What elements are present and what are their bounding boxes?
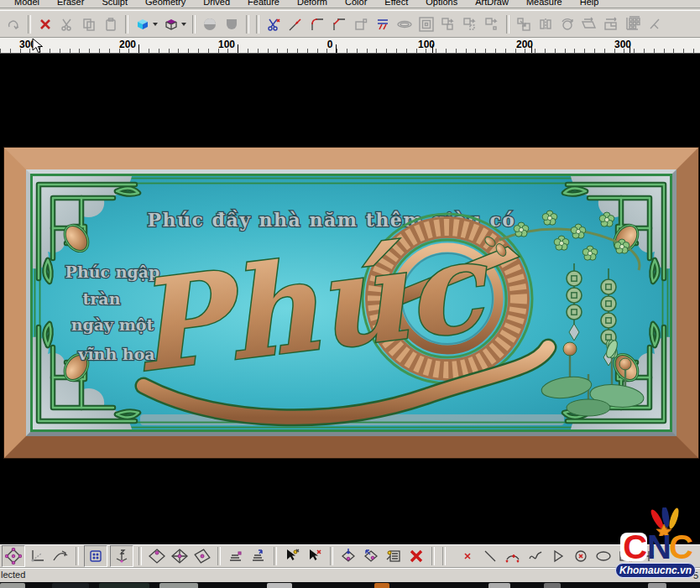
clipped-tool-icon bbox=[649, 17, 661, 32]
redo-button[interactable] bbox=[3, 14, 24, 34]
wireframe-view-button[interactable] bbox=[161, 14, 181, 34]
taskbar-item[interactable] bbox=[99, 583, 149, 588]
application-window: Model Eraser Sculpt Geometry Drived Feat… bbox=[0, 0, 700, 588]
pick-list-button[interactable] bbox=[384, 546, 404, 566]
shaded-sphere-icon bbox=[201, 16, 218, 33]
menu-feature[interactable]: Feature bbox=[248, 0, 279, 7]
node-smooth-button[interactable] bbox=[192, 546, 212, 566]
line-tool-button[interactable] bbox=[480, 546, 500, 566]
rotate-icon bbox=[560, 17, 575, 32]
wireframe-view-dropdown-icon[interactable] bbox=[181, 23, 186, 26]
fillet-icon bbox=[310, 17, 325, 32]
delete-point-button[interactable] bbox=[305, 546, 325, 566]
circle-tool-button[interactable] bbox=[571, 546, 591, 566]
taskbar-item[interactable] bbox=[267, 583, 292, 588]
spline-tool-button[interactable] bbox=[525, 546, 546, 566]
arc-tool-button[interactable] bbox=[503, 546, 523, 566]
stretch-button[interactable] bbox=[601, 14, 621, 34]
shaded-dome-button[interactable] bbox=[222, 14, 242, 34]
node-corner-button[interactable] bbox=[170, 546, 190, 566]
menu-drived[interactable]: Drived bbox=[203, 0, 230, 7]
shaded-sphere-button[interactable] bbox=[200, 14, 220, 34]
array-button[interactable] bbox=[623, 14, 643, 34]
menu-eraser[interactable]: Eraser bbox=[57, 0, 84, 7]
toolbar-separator bbox=[28, 15, 31, 34]
axis-origin-button[interactable] bbox=[28, 546, 48, 566]
taskbar-item[interactable] bbox=[52, 583, 89, 588]
menu-bar: Model Eraser Sculpt Geometry Drived Feat… bbox=[0, 0, 700, 8]
node-mid-icon bbox=[148, 548, 166, 565]
menu-geometry[interactable]: Geometry bbox=[145, 0, 185, 7]
extend-curve-button[interactable] bbox=[285, 14, 306, 34]
ellipse-outline-button[interactable] bbox=[394, 14, 415, 34]
solid-view-button[interactable] bbox=[133, 14, 153, 34]
copy-transform-2-icon bbox=[462, 17, 478, 32]
grid-snap-button[interactable] bbox=[84, 545, 107, 567]
ellipse-outline-icon bbox=[396, 17, 413, 32]
menu-model[interactable]: Model bbox=[14, 0, 39, 7]
chamfer-icon bbox=[332, 17, 347, 32]
ellipse-tool-button[interactable] bbox=[593, 546, 614, 566]
multi-offset-button[interactable] bbox=[373, 14, 393, 34]
scale-button[interactable] bbox=[514, 14, 534, 34]
clipped-tool-button[interactable] bbox=[645, 14, 665, 34]
arc-tool-icon bbox=[504, 549, 521, 564]
status-message: lected bbox=[1, 570, 25, 580]
copy-transform-2-button[interactable] bbox=[460, 14, 480, 34]
concentric-offset-button[interactable] bbox=[416, 14, 436, 34]
copy-button[interactable] bbox=[79, 14, 99, 34]
menu-deform[interactable]: Deform bbox=[297, 0, 327, 7]
mirror-button[interactable] bbox=[535, 14, 556, 34]
delete-button[interactable] bbox=[35, 14, 55, 34]
taskbar-item[interactable] bbox=[159, 583, 198, 588]
menu-effect[interactable]: Effect bbox=[384, 0, 408, 7]
point-tool-icon bbox=[461, 549, 474, 563]
viewport[interactable]: Phúc đầy nhà năm thêm giàu có Phúc ngập … bbox=[0, 54, 700, 544]
paste-button[interactable] bbox=[101, 14, 121, 34]
solid-view-dropdown-icon[interactable] bbox=[153, 23, 158, 26]
node-mid-button[interactable] bbox=[147, 546, 167, 566]
node-select-button[interactable] bbox=[2, 545, 25, 567]
taskbar-item[interactable] bbox=[488, 583, 510, 588]
coord-snap-button[interactable] bbox=[110, 545, 133, 567]
trim-curve-button[interactable] bbox=[264, 14, 284, 34]
tangent-curve-button[interactable] bbox=[50, 546, 71, 566]
point-tool-button[interactable] bbox=[457, 546, 478, 566]
menu-options[interactable]: Options bbox=[426, 0, 457, 7]
node-smooth-icon bbox=[193, 548, 212, 565]
taskbar-item[interactable] bbox=[374, 583, 389, 588]
ruler-label: 0 bbox=[327, 39, 333, 50]
menu-help[interactable]: Help bbox=[580, 0, 599, 7]
move-node-up-button[interactable] bbox=[361, 546, 381, 566]
skew-button[interactable] bbox=[579, 14, 599, 34]
polygon-tool-icon bbox=[551, 549, 566, 564]
delete-all-button[interactable] bbox=[406, 546, 426, 566]
taskbar-start-button[interactable] bbox=[0, 583, 25, 588]
pick-point-button[interactable] bbox=[282, 546, 302, 566]
cut-button[interactable] bbox=[57, 14, 77, 34]
relief-artwork[interactable]: Phúc đầy nhà năm thêm giàu có Phúc ngập … bbox=[4, 148, 698, 458]
align-top-button[interactable] bbox=[248, 546, 269, 566]
copy-transform-3-button[interactable] bbox=[482, 14, 502, 34]
taskbar-item[interactable] bbox=[544, 583, 561, 588]
move-node-down-button[interactable] bbox=[338, 546, 358, 566]
rotate-button[interactable] bbox=[557, 14, 577, 34]
polygon-tool-button[interactable] bbox=[548, 546, 568, 566]
horizontal-ruler[interactable]: 300 200 100 0 100 200 300 bbox=[0, 38, 700, 54]
fillet-button[interactable] bbox=[307, 14, 327, 34]
menu-sculpt[interactable]: Sculpt bbox=[102, 0, 128, 7]
copy-transform-1-button[interactable] bbox=[438, 14, 458, 34]
chamfer-button[interactable] bbox=[329, 14, 349, 34]
offset-rect-button[interactable] bbox=[351, 14, 371, 34]
solid-view-icon bbox=[135, 17, 150, 32]
logo-letter-c1: C bbox=[620, 533, 647, 561]
windows-taskbar[interactable] bbox=[0, 582, 700, 588]
menu-artdraw[interactable]: ArtDraw bbox=[475, 0, 509, 7]
toolbar-separator bbox=[506, 15, 509, 34]
watermark-logo: C N C Khomaucnc.vn bbox=[615, 507, 696, 578]
menu-color[interactable]: Color bbox=[345, 0, 367, 7]
menu-measure[interactable]: Measure bbox=[526, 0, 562, 7]
align-bottom-button[interactable] bbox=[226, 546, 246, 566]
skew-icon bbox=[581, 17, 598, 32]
taskbar-item[interactable] bbox=[648, 583, 666, 588]
